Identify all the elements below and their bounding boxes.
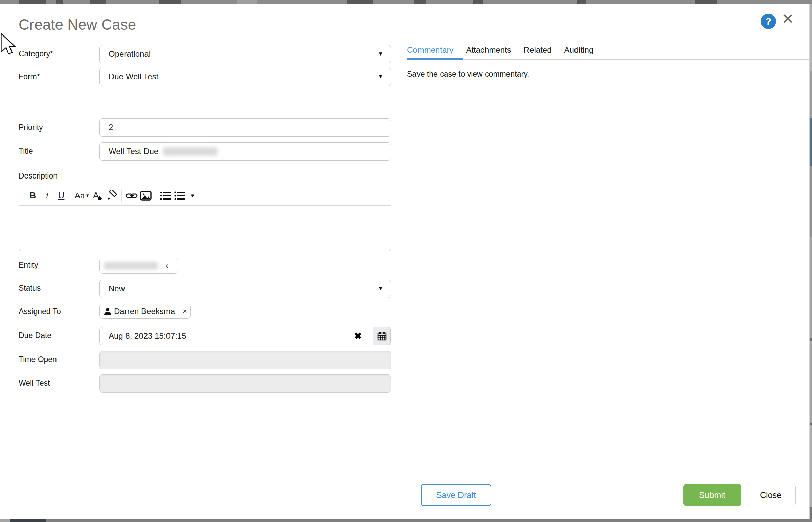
background-page-right-edge — [809, 4, 812, 519]
priority-input[interactable]: 2 — [99, 118, 391, 137]
entity-chip[interactable]: ‹ — [99, 258, 178, 274]
save-draft-button[interactable]: Save Draft — [421, 484, 491, 506]
title-label: Title — [19, 147, 33, 156]
commentary-empty-message: Save the case to view commentary. — [407, 69, 529, 79]
link-icon[interactable] — [125, 189, 138, 203]
redacted-text — [163, 147, 217, 156]
create-case-screen: Create New Case ? ✕ Category* Operationa… — [0, 0, 812, 522]
priority-label: Priority — [19, 123, 43, 132]
background-artifact — [159, 0, 181, 4]
font-size-glyph: Aa — [75, 191, 84, 200]
background-page-top — [0, 0, 812, 4]
underline-icon[interactable]: U — [55, 189, 68, 203]
submit-button[interactable]: Submit — [683, 484, 741, 506]
category-select[interactable]: Operational ▼ — [99, 45, 391, 63]
link-glyph — [125, 192, 138, 200]
background-artifact — [0, 519, 10, 522]
person-icon — [104, 308, 111, 315]
tab-bar: Commentary Attachments Related Auditing — [407, 45, 606, 55]
category-value: Operational — [109, 49, 151, 59]
font-color-icon[interactable]: A — [91, 189, 104, 203]
close-button[interactable]: Close — [746, 484, 796, 506]
entity-collapse-button[interactable]: ‹ — [162, 258, 172, 273]
image-glyph — [140, 191, 152, 201]
highlighter-glyph — [106, 190, 117, 201]
assigned-to-value: Darren Beeksma — [114, 307, 175, 316]
chevron-down-icon: ▼ — [190, 193, 195, 198]
tab-related[interactable]: Related — [524, 45, 552, 55]
mouse-cursor — [1, 33, 16, 54]
font-size-icon[interactable]: Aa ▼ — [75, 189, 90, 203]
assigned-to-label: Assigned To — [19, 307, 61, 316]
background-artifact — [577, 0, 586, 4]
background-artifact — [810, 423, 812, 425]
background-artifact — [810, 118, 812, 166]
due-date-input[interactable]: Aug 8, 2023 15:07:15 ✖ — [99, 327, 391, 345]
ordered-list-glyph — [160, 191, 172, 200]
form-select[interactable]: Due Well Test ▼ — [99, 67, 391, 86]
list-options-caret[interactable]: ▼ — [188, 189, 197, 203]
tab-auditing[interactable]: Auditing — [564, 45, 594, 55]
status-value: New — [109, 284, 125, 294]
bullet-list-icon[interactable] — [174, 189, 187, 203]
highlighter-icon[interactable] — [105, 189, 118, 203]
close-icon[interactable]: ✕ — [781, 12, 794, 26]
title-input[interactable]: Well Test Due — [99, 142, 391, 161]
background-artifact — [473, 0, 483, 4]
well-test-input — [99, 374, 391, 393]
background-artifact — [810, 166, 812, 237]
due-date-value: Aug 8, 2023 15:07:15 — [109, 331, 187, 341]
droplet-icon — [98, 196, 102, 200]
background-artifact — [810, 4, 812, 71]
ordered-list-icon[interactable] — [159, 189, 172, 203]
page-title: Create New Case — [19, 16, 136, 33]
active-tab-underline — [407, 58, 463, 60]
tab-commentary[interactable]: Commentary — [407, 45, 453, 55]
section-divider — [19, 103, 400, 103]
description-editor: B i U Aa ▼ A — [19, 186, 391, 251]
background-artifact — [10, 519, 46, 522]
image-icon[interactable] — [139, 189, 152, 203]
category-label: Category* — [19, 49, 53, 59]
help-icon: ? — [765, 16, 771, 27]
tab-attachments[interactable]: Attachments — [466, 45, 511, 55]
clear-date-icon[interactable]: ✖ — [354, 330, 362, 341]
form-label: Form* — [19, 72, 40, 81]
redacted-text — [104, 262, 158, 269]
calendar-icon — [377, 331, 387, 341]
assigned-to-chip[interactable]: Darren Beeksma × — [99, 304, 191, 319]
background-artifact — [810, 341, 812, 423]
bold-icon[interactable]: B — [26, 189, 39, 203]
due-date-label: Due Date — [19, 331, 52, 340]
chevron-down-icon: ▼ — [378, 73, 383, 80]
tab-divider — [407, 59, 809, 60]
background-artifact — [810, 338, 812, 341]
chevron-down-icon: ▼ — [378, 285, 383, 292]
help-button[interactable]: ? — [760, 14, 776, 29]
entity-label: Entity — [19, 261, 38, 270]
time-open-label: Time Open — [19, 355, 57, 364]
remove-assignee-button[interactable]: × — [179, 304, 191, 319]
chevron-down-icon: ▼ — [378, 51, 383, 58]
background-artifact — [19, 0, 46, 4]
background-artifact — [56, 0, 63, 4]
background-artifact — [237, 0, 257, 4]
form-value: Due Well Test — [109, 72, 158, 81]
title-value: Well Test Due — [109, 147, 158, 156]
well-test-label: Well Test — [19, 379, 50, 388]
italic-icon[interactable]: i — [41, 189, 54, 203]
background-artifact — [347, 0, 373, 4]
status-select[interactable]: New ▼ — [99, 280, 391, 298]
background-artifact — [810, 425, 812, 507]
description-textarea[interactable] — [19, 205, 391, 251]
background-artifact — [810, 507, 812, 519]
bullet-list-glyph — [174, 191, 186, 200]
priority-value: 2 — [109, 123, 113, 132]
background-page-bottom — [0, 519, 812, 522]
calendar-button[interactable] — [373, 327, 391, 345]
time-open-input — [99, 351, 391, 369]
editor-toolbar: B i U Aa ▼ A — [19, 186, 391, 205]
description-label: Description — [19, 172, 58, 181]
chevron-down-icon: ▼ — [85, 193, 90, 198]
background-artifact — [695, 0, 717, 4]
